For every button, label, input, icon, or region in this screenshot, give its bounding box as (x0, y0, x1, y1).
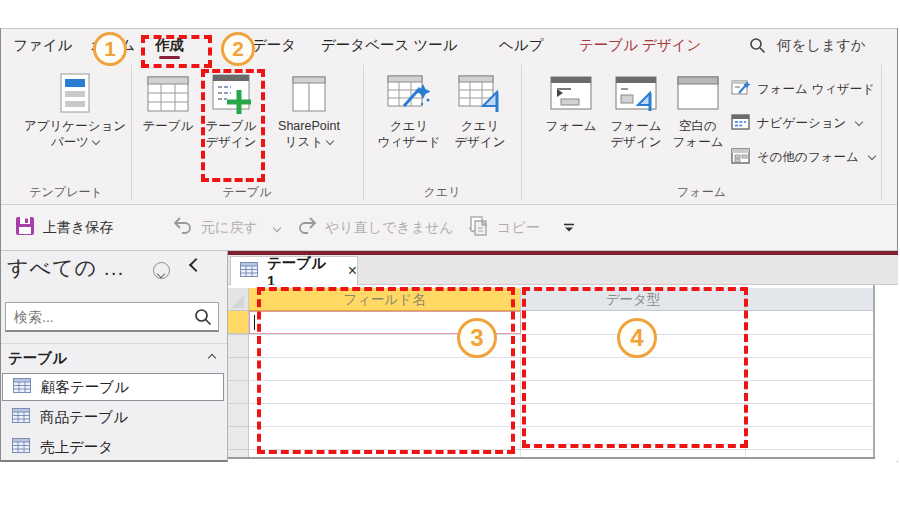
annotation-box-create-tab (141, 35, 212, 68)
annotation-circle-4: 4 (617, 318, 657, 358)
nav-group-tables[interactable]: テーブル (1, 343, 227, 371)
row-separator (228, 380, 249, 381)
small-button-label: ナビゲーション (757, 115, 846, 132)
nav-item-customer-table[interactable]: 顧客テーブル (2, 373, 224, 401)
table-icon (13, 378, 31, 396)
copy-icon (469, 216, 489, 239)
row-separator (228, 426, 249, 427)
button-label: アプリケーション (24, 118, 126, 134)
qat-overflow-button[interactable] (563, 205, 575, 250)
row-selector-header (228, 288, 249, 311)
nav-search-input[interactable] (12, 306, 182, 328)
redo-button[interactable]: やり直しできません (297, 205, 476, 250)
annotation-box-table-design-button (201, 69, 265, 182)
document-tab-strip: テーブル1 × (228, 255, 898, 285)
document-tab-table1[interactable]: テーブル1 × (230, 256, 358, 285)
application-parts-icon (55, 70, 95, 118)
form-design-button[interactable]: フォーム デザイン (605, 65, 667, 183)
form-button[interactable]: フォーム (541, 65, 601, 183)
query-design-button[interactable]: クエリ デザイン (449, 65, 511, 183)
group-divider (881, 65, 882, 200)
annotation-circle-3: 3 (457, 318, 497, 358)
row-separator (228, 334, 249, 335)
navigation-pane: すべての ... テーブル 顧客テーブル 商品テーブル (1, 251, 228, 462)
search-icon (749, 37, 766, 58)
query-design-icon (457, 70, 503, 118)
ribbon: アプリケーション パーツ テンプレート テーブル テーブル デザイン Share… (1, 61, 897, 205)
form-wizard-button[interactable]: フォーム ウィザード (731, 77, 875, 101)
query-wizard-button[interactable]: クエリ ウィザード (375, 65, 443, 183)
save-button[interactable]: 上書き保存 (15, 205, 113, 250)
undo-button[interactable]: 元に戻す (173, 205, 280, 250)
button-label: デザイン (454, 134, 505, 150)
group-label-queries: クエリ (363, 184, 521, 201)
nav-pane-menu-icon[interactable] (153, 262, 170, 279)
shutter-bar-close-icon[interactable] (189, 258, 203, 272)
button-label: クエリ (390, 118, 428, 134)
button-label: リスト (285, 134, 333, 150)
navigation-button[interactable]: ナビゲーション (731, 111, 862, 135)
tab-table-design[interactable]: テーブル デザイン (579, 29, 701, 62)
button-label: クエリ (461, 118, 499, 134)
form-icon (549, 70, 593, 118)
button-label: 空白の (679, 118, 717, 134)
description-column-header[interactable] (745, 288, 873, 311)
corner-triangle-icon (231, 295, 244, 308)
copy-label: コピー (497, 219, 540, 237)
chevron-down-icon (326, 137, 334, 145)
button-label: フォーム (673, 134, 724, 150)
save-label: 上書き保存 (43, 219, 113, 237)
form-wizard-icon (731, 79, 751, 100)
group-divider (363, 65, 364, 200)
annotation-circle-2: 2 (221, 32, 255, 66)
form-design-icon (614, 70, 658, 118)
nav-item-sales-data[interactable]: 売上データ (2, 433, 224, 461)
copy-button[interactable]: コピー (469, 205, 540, 250)
overflow-icon (563, 220, 575, 236)
group-label-tables: テーブル (132, 184, 362, 201)
button-label: フォーム (611, 118, 662, 134)
more-forms-icon (731, 147, 751, 168)
search-icon[interactable] (194, 308, 212, 330)
ribbon-tab-bar: ファイル ホーム 作成 外部データ データベース ツール ヘルプ テーブル デザ… (1, 28, 897, 61)
group-divider (521, 65, 522, 200)
group-divider (131, 65, 132, 200)
small-button-label: その他のフォーム (757, 149, 859, 166)
sharepoint-lists-button[interactable]: SharePoint リスト (265, 65, 353, 183)
tab-database-tools[interactable]: データベース ツール (321, 29, 458, 62)
tab-file[interactable]: ファイル (13, 29, 72, 62)
nav-item-label: 商品テーブル (40, 408, 128, 427)
nav-item-label: 売上データ (40, 438, 113, 457)
button-label: SharePoint (278, 118, 340, 134)
button-label: パーツ (51, 134, 99, 150)
undo-label: 元に戻す (201, 219, 258, 237)
grid-right-border (873, 285, 875, 458)
more-forms-button[interactable]: その他のフォーム (731, 145, 875, 169)
tab-help[interactable]: ヘルプ (499, 29, 544, 62)
close-icon[interactable]: × (348, 262, 357, 280)
table-button[interactable]: テーブル (139, 65, 197, 183)
table-icon (12, 438, 30, 456)
table-icon (240, 262, 258, 281)
chevron-down-icon (157, 270, 165, 278)
access-window: ファイル ホーム 作成 外部データ データベース ツール ヘルプ テーブル デザ… (0, 0, 900, 505)
current-row-selector[interactable] (228, 311, 249, 334)
blank-form-icon (676, 70, 720, 118)
nav-item-label: 顧客テーブル (41, 378, 129, 397)
blank-form-button[interactable]: 空白の フォーム (669, 65, 727, 183)
nav-search-box (5, 302, 219, 332)
save-icon (15, 216, 35, 239)
nav-item-product-table[interactable]: 商品テーブル (2, 403, 224, 431)
button-label: ウィザード (377, 134, 441, 150)
chevron-down-icon (855, 118, 863, 126)
text-cursor (254, 315, 255, 330)
row-separator (228, 403, 249, 404)
undo-icon (173, 217, 193, 238)
tell-me-search[interactable]: 何をしますか (777, 29, 866, 62)
sharepoint-lists-icon (289, 70, 329, 118)
redo-label: やり直しできません (325, 219, 454, 237)
chevron-up-icon (208, 354, 216, 362)
table-icon (12, 408, 30, 426)
table-icon (146, 70, 190, 118)
application-parts-button[interactable]: アプリケーション パーツ (19, 65, 131, 183)
